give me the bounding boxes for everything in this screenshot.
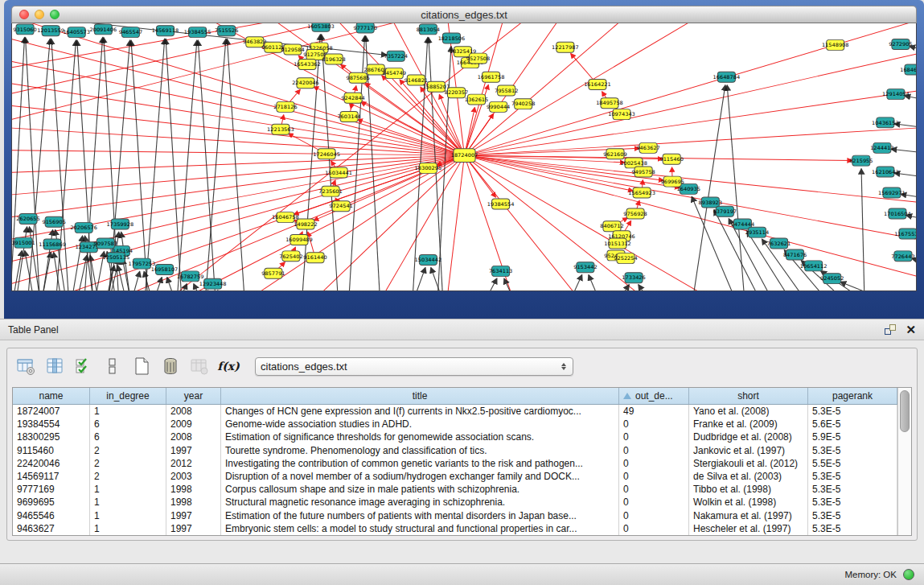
float-panel-icon[interactable] bbox=[885, 324, 896, 335]
graph-node[interactable]: 11156869 bbox=[39, 239, 66, 249]
graph-node[interactable]: 1498222 bbox=[294, 219, 317, 229]
graph-node[interactable]: 9115460 bbox=[659, 154, 683, 164]
graph-node[interactable]: 18495758 bbox=[596, 98, 623, 109]
graph-node[interactable]: 12217987 bbox=[552, 42, 579, 52]
graph-node[interactable]: 8220357 bbox=[445, 88, 468, 98]
table-row[interactable]: 969969511998Structural magnetic resonanc… bbox=[13, 496, 897, 509]
graph-node[interactable]: 9161440 bbox=[303, 253, 326, 263]
graph-node[interactable]: 9097587 bbox=[94, 238, 117, 249]
graph-node[interactable]: 9990444 bbox=[487, 101, 510, 112]
graph-node[interactable]: 9495758 bbox=[631, 167, 655, 177]
graph-node[interactable]: 9465547 bbox=[119, 27, 142, 38]
graph-node[interactable]: 15034441 bbox=[325, 167, 352, 178]
graph-node[interactable]: 16648784 bbox=[713, 72, 741, 82]
table-row[interactable]: 1938455462009Genome-wide association stu… bbox=[13, 418, 897, 431]
column-header-short[interactable]: short bbox=[689, 388, 808, 404]
graph-node[interactable]: 12213563 bbox=[267, 124, 294, 134]
graph-node[interactable]: 9724541 bbox=[329, 201, 352, 212]
graph-node[interactable]: 7634113 bbox=[489, 266, 512, 276]
graph-node[interactable]: 9315060 bbox=[13, 24, 36, 35]
table-row[interactable]: 1872400712008Changes of HCN gene express… bbox=[13, 405, 897, 418]
graph-node[interactable]: 9129584 bbox=[281, 44, 304, 55]
graph-node[interactable]: 2718126 bbox=[273, 101, 297, 112]
graph-node[interactable]: 9857791 bbox=[261, 268, 285, 278]
network-window-titlebar[interactable]: citations_edges.txt bbox=[11, 6, 917, 23]
graph-node[interactable]: 9272905 bbox=[889, 39, 912, 49]
graph-node[interactable]: 9875685 bbox=[346, 72, 369, 83]
graph-node[interactable]: 7955812 bbox=[495, 85, 518, 96]
graph-node[interactable]: 3915001 bbox=[12, 237, 35, 248]
graph-node[interactable]: 8215955 bbox=[849, 155, 873, 166]
graph-node[interactable]: 9242844 bbox=[341, 93, 364, 103]
graph-node[interactable]: 16958107 bbox=[151, 265, 179, 275]
graph-node[interactable]: 16210643 bbox=[872, 167, 899, 177]
graph-node[interactable]: 9156905 bbox=[42, 216, 65, 227]
network-canvas[interactable]: 1872400793150601201355916405573200914069… bbox=[12, 23, 916, 290]
graph-hub-node[interactable]: 18724007 bbox=[451, 149, 478, 163]
table-mode-icon[interactable] bbox=[15, 356, 36, 377]
graph-node[interactable]: 15654923 bbox=[628, 187, 655, 198]
close-panel-icon[interactable]: ✕ bbox=[906, 324, 916, 335]
graph-node[interactable]: 10151312 bbox=[604, 238, 631, 249]
table-selector-dropdown[interactable]: citations_edges.txt bbox=[255, 357, 573, 376]
graph-node[interactable]: 9699695 bbox=[660, 176, 684, 187]
graph-node[interactable]: 9777170 bbox=[353, 23, 376, 33]
graph-node[interactable]: 2935114 bbox=[745, 227, 769, 237]
table-row[interactable]: 911546021997Tourette syndrome. Phenomeno… bbox=[13, 444, 897, 457]
toggle-view-icon[interactable] bbox=[102, 356, 123, 377]
graph-node[interactable]: 16053803 bbox=[307, 23, 335, 31]
graph-node[interactable]: 12914054 bbox=[882, 89, 910, 100]
graph-node[interactable]: 22420046 bbox=[292, 78, 319, 89]
graph-node[interactable]: 12013559 bbox=[37, 26, 64, 36]
new-column-icon[interactable] bbox=[131, 356, 152, 377]
graph-node[interactable]: 8406712 bbox=[600, 221, 623, 232]
select-rows-icon[interactable] bbox=[73, 356, 94, 377]
show-columns-icon[interactable] bbox=[44, 356, 65, 377]
graph-node[interactable]: 16846844 bbox=[900, 64, 916, 75]
graph-node[interactable]: 16099489 bbox=[285, 234, 313, 245]
graph-node[interactable]: 9153442 bbox=[573, 262, 597, 273]
graph-node[interactable]: 7940258 bbox=[511, 99, 535, 109]
graph-node[interactable]: 7632621 bbox=[767, 238, 791, 249]
graph-node[interactable]: 8471676 bbox=[783, 249, 807, 260]
graph-node[interactable]: 11675533 bbox=[894, 229, 916, 239]
column-header-name[interactable]: name bbox=[13, 388, 90, 404]
vertical-scrollbar[interactable] bbox=[897, 388, 911, 535]
graph-node[interactable]: 19384554 bbox=[487, 199, 515, 209]
column-header-in_degree[interactable]: in_degree bbox=[90, 388, 166, 404]
graph-node[interactable]: 17246045 bbox=[313, 149, 340, 159]
graph-node[interactable]: 9527508 bbox=[466, 53, 490, 64]
graph-node[interactable]: 15034442 bbox=[415, 254, 442, 265]
graph-node[interactable]: 1362615 bbox=[465, 94, 488, 105]
network-view[interactable]: 1872400793150601201355916405573200914069… bbox=[11, 23, 917, 291]
delete-table-icon[interactable] bbox=[189, 356, 210, 377]
graph-node[interactable]: 9463627 bbox=[636, 142, 659, 153]
graph-node[interactable]: 16961758 bbox=[478, 72, 505, 82]
column-header-year[interactable]: year bbox=[166, 388, 221, 404]
graph-node[interactable]: 7515526 bbox=[215, 26, 238, 36]
graph-node[interactable]: 7357224 bbox=[384, 51, 408, 61]
graph-node[interactable]: 8454749 bbox=[383, 68, 406, 79]
table-row[interactable]: 946554611997Estimation of the future num… bbox=[13, 509, 897, 522]
graph-node[interactable]: 9245052 bbox=[820, 274, 844, 284]
graph-node[interactable]: 8196328 bbox=[322, 54, 345, 64]
graph-node[interactable]: 10654112 bbox=[800, 261, 827, 271]
table-row[interactable]: 1456911722003Disruption of a novel membe… bbox=[13, 470, 897, 483]
delete-columns-icon[interactable] bbox=[160, 356, 181, 377]
graph-node[interactable]: 18218506 bbox=[438, 33, 466, 43]
graph-node[interactable]: 7625402 bbox=[279, 251, 302, 262]
graph-node[interactable]: 1244413 bbox=[870, 142, 893, 153]
table-row[interactable]: 946362711997Embryonic stem cells: a mode… bbox=[13, 522, 897, 535]
graph-node[interactable]: 9252254 bbox=[614, 253, 637, 264]
graph-node[interactable]: 17016504 bbox=[884, 208, 911, 219]
graph-node[interactable]: 6379197 bbox=[713, 206, 737, 216]
graph-node[interactable]: 15692971 bbox=[878, 187, 906, 198]
graph-node[interactable]: 16543362 bbox=[294, 60, 321, 70]
graph-node[interactable]: 2620655 bbox=[16, 213, 39, 224]
graph-node[interactable]: 12923448 bbox=[199, 278, 227, 289]
graph-node[interactable]: 10436153 bbox=[872, 117, 899, 128]
graph-node[interactable]: 9756928 bbox=[623, 208, 647, 219]
graph-node[interactable]: 7235601 bbox=[318, 186, 342, 196]
graph-node[interactable]: 1733426 bbox=[622, 273, 645, 283]
graph-node[interactable]: 16164221 bbox=[584, 80, 611, 90]
